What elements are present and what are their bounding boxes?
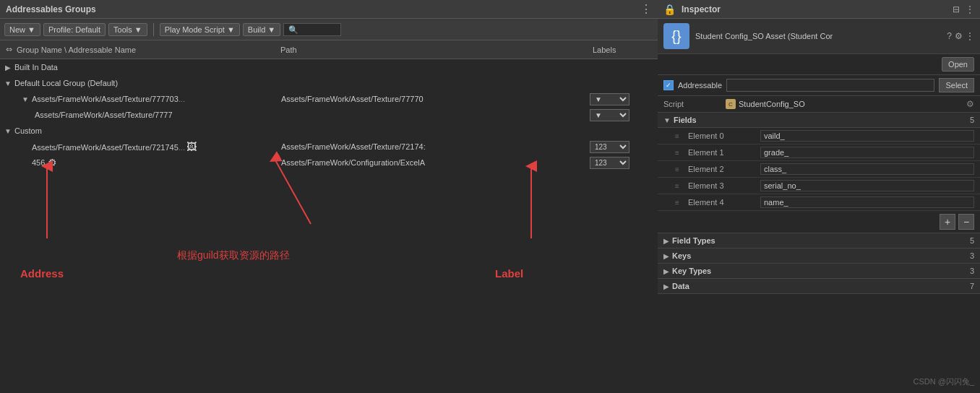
inspector-lock-icon: 🔒 <box>663 4 676 15</box>
asset-labels-texture1: ▼ <box>590 93 655 105</box>
play-mode-button[interactable]: Play Mode Script ▼ <box>160 23 240 36</box>
add-field-button[interactable]: + <box>940 214 955 230</box>
profile-button[interactable]: Profile: Default <box>43 23 106 36</box>
settings-icon: ⚙ <box>955 31 963 41</box>
group-name-default: Default Local Group (Default) <box>14 79 282 87</box>
drag-handle-4: ≡ <box>675 199 685 207</box>
label-dropdown-456[interactable]: 123 <box>590 157 629 169</box>
inspector-actions: ? ⚙ ⋮ <box>947 31 974 41</box>
addressables-panel: Addressables Groups ⋮ New ▼ Profile: Def… <box>0 0 658 393</box>
open-button[interactable]: Open <box>942 57 974 72</box>
data-arrow: ▶ <box>663 282 669 290</box>
watermark: CSDN @闪闪兔_ <box>913 376 974 387</box>
fields-count: 5 <box>970 116 974 124</box>
panel-menu-icon[interactable]: ⋮ <box>640 2 652 16</box>
keys-section[interactable]: ▶ Keys 3 <box>658 249 980 264</box>
group-name-builtin: Built In Data <box>14 63 282 72</box>
field-value-0: vaild_ <box>760 130 974 142</box>
asset-icon: {} <box>663 23 689 49</box>
sub-asset-labels: ▼ <box>590 109 655 121</box>
script-settings-icon: ⚙ <box>966 99 974 109</box>
build-button[interactable]: Build ▼ <box>243 23 280 36</box>
asset-labels-texture2: 123 <box>590 141 655 153</box>
search-input[interactable] <box>283 23 341 36</box>
addressable-checkbox[interactable]: ✓ <box>663 80 674 90</box>
field-name-1: Element 1 <box>688 148 760 157</box>
group-row-builtin[interactable]: ▶ Built In Data <box>0 59 658 75</box>
asset-row-texture1[interactable]: ▼ Assets/FrameWork/Asset/Texture/777703.… <box>0 91 658 107</box>
fields-list: ≡ Element 0 vaild_ ≡ Element 1 grade_ ≡ … <box>658 128 980 211</box>
field-name-4: Element 4 <box>688 198 760 207</box>
field-value-1: grade_ <box>760 147 974 158</box>
key-types-count: 3 <box>970 267 974 275</box>
inspector-title: Inspector <box>682 4 721 14</box>
panel-title: Addressables Groups <box>6 4 96 14</box>
keys-arrow: ▶ <box>663 252 669 260</box>
field-types-count: 5 <box>970 236 974 245</box>
asset-row-texture2[interactable]: ▶ Assets/FrameWork/Asset/Texture/721745.… <box>0 139 658 155</box>
addressable-input[interactable]: 456 <box>726 79 934 92</box>
open-button-row: Open <box>658 54 980 75</box>
separator <box>153 23 154 36</box>
asset-456-text: 456 <box>32 158 45 167</box>
tree-arrow-builtin: ▶ <box>3 62 13 72</box>
sub-asset-row-texture1: Assets/FrameWork/Asset/Texture/7777 ▼ <box>0 107 658 123</box>
fields-arrow: ▼ <box>663 116 671 124</box>
asset-name-texture2: Assets/FrameWork/Asset/Texture/721745...… <box>32 141 281 152</box>
toolbar: New ▼ Profile: Default Tools ▼ Play Mode… <box>0 19 658 40</box>
panel-titlebar: Addressables Groups ⋮ <box>0 0 658 19</box>
help-icon: ? <box>947 31 952 41</box>
fields-label: Fields <box>674 116 970 124</box>
col-name-header: ⇔ Group Name \ Addressable Name <box>3 45 278 54</box>
addressable-row: ✓ Addressable 456 Select <box>658 75 980 96</box>
field-value-3: serial_no_ <box>760 180 974 191</box>
field-types-label: Field Types <box>672 236 970 245</box>
addressable-label: Addressable <box>678 81 722 90</box>
inspector-layout-icon[interactable]: ⊟ <box>953 4 960 14</box>
fields-section-header[interactable]: ▼ Fields 5 <box>658 113 980 128</box>
drag-handle-1: ≡ <box>675 149 685 157</box>
field-row-1: ≡ Element 1 grade_ <box>658 144 980 161</box>
data-count: 7 <box>970 282 974 290</box>
col-path-header: Path <box>278 46 590 54</box>
inspector-header: {} Student Config_SO Asset (Student Cor … <box>658 19 980 54</box>
group-row-default[interactable]: ▼ Default Local Group (Default) <box>0 75 658 91</box>
col-icon: ⇔ <box>6 45 12 54</box>
tree-arrow-texture1: ▼ <box>20 94 30 104</box>
asset-row-456[interactable]: ▶ 456 ⚙ Assets/FrameWork/Configuration/E… <box>0 155 658 170</box>
label-dropdown-sub[interactable]: ▼ <box>590 109 629 121</box>
fields-buttons: + − <box>658 211 980 233</box>
drag-handle-2: ≡ <box>675 165 685 173</box>
new-button[interactable]: New ▼ <box>4 23 40 36</box>
label-dropdown-texture2[interactable]: 123 <box>590 141 629 153</box>
key-types-section[interactable]: ▶ Key Types 3 <box>658 264 980 279</box>
field-types-section[interactable]: ▶ Field Types 5 <box>658 233 980 249</box>
asset-labels-456: 123 <box>590 157 655 169</box>
asset-path-texture1: Assets/FrameWork/Asset/Texture/77770 <box>281 95 590 103</box>
field-value-2: class_ <box>760 163 974 175</box>
data-section[interactable]: ▶ Data 7 <box>658 279 980 294</box>
field-name-2: Element 2 <box>688 165 760 173</box>
sub-asset-name: Assets/FrameWork/Asset/Texture/7777 <box>35 111 270 119</box>
group-row-custom[interactable]: ▼ Custom <box>0 123 658 139</box>
drag-handle-3: ≡ <box>675 182 685 190</box>
remove-field-button[interactable]: − <box>958 214 974 230</box>
field-row-0: ≡ Element 0 vaild_ <box>658 128 980 144</box>
drag-handle-0: ≡ <box>675 132 685 140</box>
asset-name-456: 456 ⚙ <box>32 157 281 168</box>
asset-name-texture1: Assets/FrameWork/Asset/Texture/777703... <box>32 95 281 103</box>
tools-button[interactable]: Tools ▼ <box>108 23 147 36</box>
label-dropdown-texture1[interactable]: ▼ <box>590 93 629 105</box>
asset-title: Student Config_SO Asset (Student Cor <box>695 32 941 40</box>
field-name-3: Element 3 <box>688 181 760 190</box>
script-label: Script <box>663 100 721 108</box>
more-icon[interactable]: ⋮ <box>966 31 974 41</box>
inspector-titlebar: 🔒 Inspector ⊟ ⋮ <box>658 0 980 19</box>
data-label: Data <box>672 282 970 290</box>
inspector-menu-icon[interactable]: ⋮ <box>966 4 974 14</box>
table-body: ▶ Built In Data ▼ Default Local Group (D… <box>0 59 658 393</box>
script-row: Script C StudentConfig_SO ⚙ <box>658 96 980 113</box>
select-button[interactable]: Select <box>939 78 974 92</box>
field-types-arrow: ▶ <box>663 237 669 245</box>
collapsible-sections: ▶ Field Types 5 ▶ Keys 3 ▶ Key Types 3 ▶… <box>658 233 980 294</box>
